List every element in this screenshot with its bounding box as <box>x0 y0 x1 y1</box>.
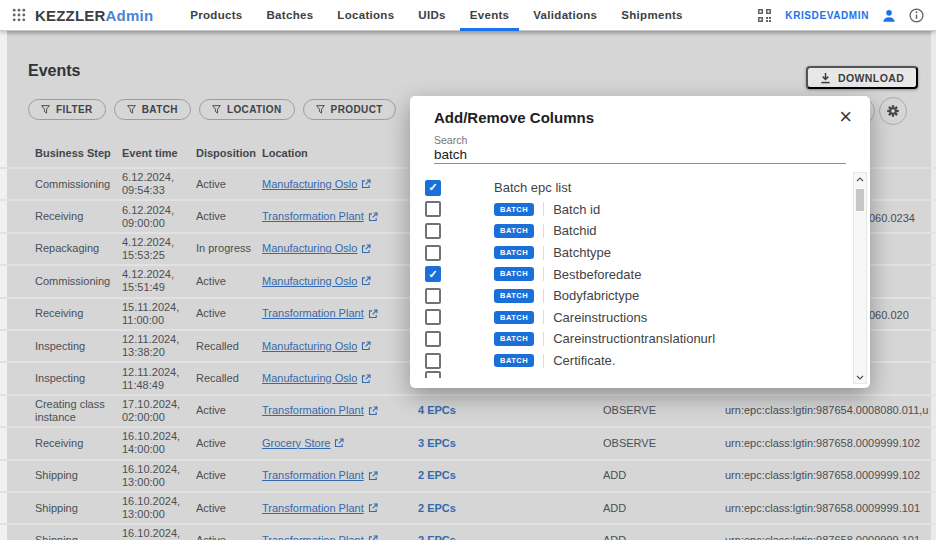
disposition-cell: Active <box>196 437 262 450</box>
column-list-item[interactable]: Batch epc list <box>410 177 850 199</box>
column-list-item[interactable]: BATCHCareinstructions <box>410 307 850 329</box>
location-link[interactable]: Transformation Plant <box>262 307 378 320</box>
download-label: DOWNLOAD <box>838 72 904 84</box>
table-row[interactable]: Shipping 16.10.2024, 13:00:00 Active Tra… <box>0 461 936 493</box>
apps-grid-icon[interactable] <box>12 8 26 22</box>
table-row[interactable]: Shipping 16.10.2024, 13:00:00 Active Tra… <box>0 525 936 540</box>
user-icon[interactable] <box>882 9 896 23</box>
location-link[interactable]: Manufacturing Oslo <box>262 275 371 288</box>
col-header-event-time[interactable]: Event time <box>122 147 196 160</box>
download-button[interactable]: DOWNLOAD <box>806 66 918 89</box>
column-list-item[interactable]: BATCHBodyfabrictype <box>410 285 850 307</box>
filter-chip[interactable]: FILTER <box>28 99 106 120</box>
checkbox[interactable] <box>425 331 441 347</box>
location-link[interactable]: Grocery Store <box>262 437 344 450</box>
epc-class-cell: urn:epc:class:lgtin:987658.0009999.101 <box>725 502 936 515</box>
funnel-icon <box>127 105 136 114</box>
nav-item[interactable]: Events <box>458 0 522 31</box>
epcs-link[interactable]: 3 EPCs <box>418 437 603 450</box>
column-list-item[interactable]: BATCHBatch id <box>410 199 850 221</box>
checkbox[interactable] <box>425 266 441 282</box>
nav-item[interactable]: Products <box>178 0 254 31</box>
column-list-item[interactable]: BATCHCertificate. <box>410 350 850 372</box>
batch-badge: BATCH <box>494 267 534 281</box>
partial-checkbox[interactable] <box>425 371 441 378</box>
external-link-icon <box>368 309 378 319</box>
scroll-down-icon[interactable] <box>854 371 866 383</box>
epc-class-cell: urn:epc:class:lgtin:987658.0009999.102 <box>725 469 936 482</box>
location-link[interactable]: Manufacturing Oslo <box>262 178 371 191</box>
action-cell: OBSERVE <box>603 404 725 417</box>
column-label: Careinstructions <box>553 310 647 325</box>
badge-divider <box>543 246 544 260</box>
epcs-link[interactable]: 2 EPCs <box>418 502 603 515</box>
brand-secondary: Admin <box>106 7 154 24</box>
epcs-link[interactable]: 2 EPCs <box>418 534 603 540</box>
location-cell: Transformation Plant <box>262 534 418 540</box>
location-link[interactable]: Manufacturing Oslo <box>262 340 371 353</box>
epc-class-cell: urn:epc:class:lgtin:987658.0009999.101 <box>725 534 936 540</box>
filter-chip[interactable]: LOCATION <box>199 99 295 120</box>
close-icon[interactable]: × <box>835 102 856 132</box>
column-list-item[interactable]: BATCHBatchid <box>410 220 850 242</box>
epcs-link[interactable]: 4 EPCs <box>418 404 603 417</box>
location-link[interactable]: Transformation Plant <box>262 502 378 515</box>
info-icon[interactable] <box>909 8 924 23</box>
epcs-link[interactable]: 2 EPCs <box>418 469 603 482</box>
username[interactable]: KRISDEVADMIN <box>785 10 869 21</box>
checkbox[interactable] <box>425 201 441 217</box>
column-list-item[interactable]: BATCHBestbeforedate <box>410 263 850 285</box>
disposition-cell: In progress <box>196 242 262 255</box>
brand-logo[interactable]: KEZZLERAdmin <box>35 7 153 24</box>
checkbox[interactable] <box>425 245 441 261</box>
nav-item[interactable]: Validations <box>521 0 609 31</box>
search-input[interactable] <box>434 146 846 164</box>
column-label: Batch epc list <box>494 180 571 195</box>
table-fragment: 060.0234 <box>869 212 915 224</box>
location-link[interactable]: Transformation Plant <box>262 534 378 540</box>
table-row[interactable]: Receiving 16.10.2024, 14:00:00 Active Gr… <box>0 428 936 460</box>
table-row[interactable]: Shipping 16.10.2024, 13:00:00 Active Tra… <box>0 493 936 525</box>
nav-item[interactable]: Batches <box>255 0 326 31</box>
scroll-up-icon[interactable] <box>854 173 866 185</box>
main-nav: Products Batches Locations UIDs Events <box>178 0 695 31</box>
checkbox[interactable] <box>425 309 441 325</box>
col-header-location[interactable]: Location <box>262 147 418 160</box>
location-cell: Manufacturing Oslo <box>262 372 418 385</box>
disposition-cell: Active <box>196 275 262 288</box>
settings-button[interactable] <box>879 97 907 125</box>
event-time-cell: 15.11.2024, 11:00:00 <box>122 301 196 327</box>
table-row[interactable]: Creating class instance 17.10.2024, 02:0… <box>0 396 936 428</box>
location-link[interactable]: Transformation Plant <box>262 404 378 417</box>
nav-item-label: UIDs <box>418 9 445 21</box>
nav-item[interactable]: UIDs <box>406 0 457 31</box>
scrollbar-thumb[interactable] <box>856 189 864 211</box>
checkbox[interactable] <box>425 223 441 239</box>
location-link[interactable]: Transformation Plant <box>262 469 378 482</box>
location-link[interactable]: Manufacturing Oslo <box>262 372 371 385</box>
event-time-cell: 4.12.2024, 15:51:49 <box>122 268 196 294</box>
location-link[interactable]: Transformation Plant <box>262 210 378 223</box>
filter-chip[interactable]: PRODUCT <box>303 99 396 120</box>
nav-item[interactable]: Locations <box>325 0 406 31</box>
col-header-business-step[interactable]: Business Step <box>35 147 122 160</box>
business-step-cell: Inspecting <box>35 372 122 385</box>
disposition-cell: Active <box>196 502 262 515</box>
batch-badge: BATCH <box>494 289 534 303</box>
location-link[interactable]: Manufacturing Oslo <box>262 242 371 255</box>
column-list-item[interactable]: BATCHCareinstructiontranslationurl <box>410 328 850 350</box>
nav-item[interactable]: Shipments <box>609 0 695 31</box>
checkbox[interactable] <box>425 288 441 304</box>
checkbox[interactable] <box>425 353 441 369</box>
epc-class-cell: urn:epc:class:lgtin:987654.0008080.011,u <box>725 404 936 417</box>
filter-chip[interactable]: BATCH <box>114 99 191 120</box>
event-time-cell: 16.10.2024, 13:00:00 <box>122 527 196 540</box>
business-step-cell: Shipping <box>35 502 122 515</box>
dialog-scrollbar[interactable] <box>853 172 867 384</box>
col-header-disposition[interactable]: Disposition <box>196 147 262 160</box>
checkbox[interactable] <box>425 180 441 196</box>
column-list-item[interactable]: BATCHBatchtype <box>410 242 850 264</box>
download-icon <box>820 72 831 84</box>
badge-divider <box>543 310 544 324</box>
qr-code-icon[interactable] <box>757 8 772 23</box>
